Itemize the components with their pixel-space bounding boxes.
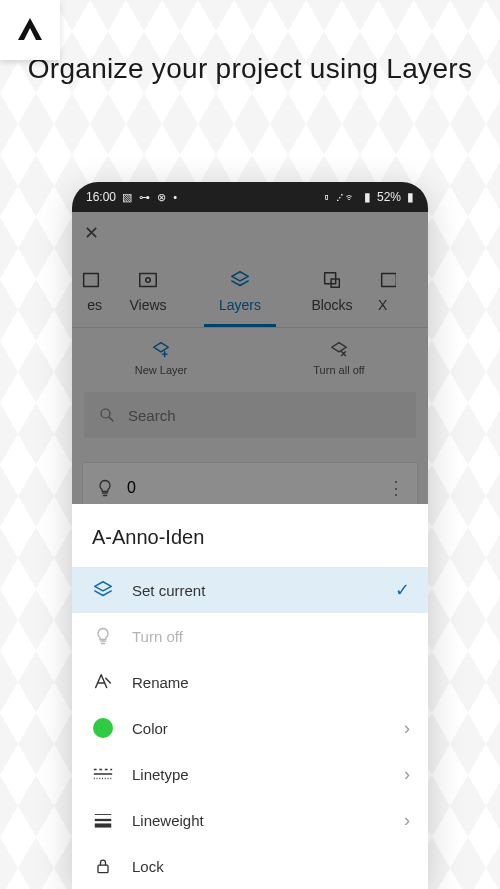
tab-partial-right[interactable]: X — [378, 254, 396, 327]
device-frame: 16:00 ▧ ⊶ ⊗ • ▯ ⋰ᯤ ▮ 52% ▮ ✕ es Views La — [72, 182, 428, 889]
status-time: 16:00 — [86, 190, 116, 204]
tab-partial-left[interactable]: es — [78, 254, 102, 327]
layer-context-sheet: A-Anno-Iden Set current ✓ Turn off Renam… — [72, 504, 428, 889]
action-label: New Layer — [135, 364, 188, 376]
eye-icon — [137, 269, 159, 291]
svg-rect-1 — [140, 273, 157, 286]
menu-lineweight[interactable]: Lineweight › — [72, 797, 428, 843]
tab-label: Layers — [219, 297, 261, 313]
status-left-icons: ▧ ⊶ ⊗ • — [122, 191, 179, 204]
turn-off-all-icon — [328, 339, 350, 361]
battery-icon: ▮ — [407, 190, 414, 204]
menu-label: Rename — [132, 674, 189, 691]
tab-partial-left-icon — [80, 269, 102, 291]
status-bar: 16:00 ▧ ⊶ ⊗ • ▯ ⋰ᯤ ▮ 52% ▮ — [72, 182, 428, 212]
menu-linetype[interactable]: Linetype › — [72, 751, 428, 797]
check-icon: ✓ — [395, 579, 410, 601]
search-input[interactable]: Search — [84, 392, 416, 438]
linetype-icon — [92, 763, 114, 785]
lock-icon — [92, 855, 114, 877]
svg-point-2 — [146, 277, 151, 282]
menu-label: Color — [132, 720, 168, 737]
menu-turn-off[interactable]: Turn off — [72, 613, 428, 659]
layer-actions: New Layer Turn all off — [72, 328, 428, 386]
page-headline: Organize your project using Layers — [0, 50, 500, 88]
svg-rect-5 — [382, 273, 396, 286]
svg-rect-0 — [84, 273, 99, 286]
layers-icon — [229, 269, 251, 291]
status-signal-icon: ▮ — [364, 190, 371, 204]
menu-set-current[interactable]: Set current ✓ — [72, 567, 428, 613]
app-chrome: ✕ es Views Layers Blocks X — [72, 212, 428, 514]
new-layer-button[interactable]: New Layer — [72, 328, 250, 386]
autocad-logo-icon — [12, 12, 48, 48]
chevron-right-icon: › — [404, 764, 410, 785]
action-label: Turn all off — [313, 364, 364, 376]
turn-all-off-button[interactable]: Turn all off — [250, 328, 428, 386]
svg-rect-3 — [325, 272, 336, 283]
battery-text: 52% — [377, 190, 401, 204]
menu-label: Linetype — [132, 766, 189, 783]
menu-label: Set current — [132, 582, 205, 599]
blocks-icon — [321, 269, 343, 291]
search-placeholder: Search — [128, 407, 176, 424]
tabs-bar: es Views Layers Blocks X — [72, 254, 428, 328]
menu-label: Turn off — [132, 628, 183, 645]
tab-views[interactable]: Views — [102, 254, 194, 327]
status-right-icons: ▯ ⋰ᯤ — [324, 191, 358, 203]
bulb-off-icon — [92, 625, 114, 647]
menu-label: Lineweight — [132, 812, 204, 829]
more-icon[interactable]: ⋮ — [387, 477, 405, 499]
bulb-icon — [95, 478, 115, 498]
sheet-title: A-Anno-Iden — [72, 504, 428, 567]
menu-color[interactable]: Color › — [72, 705, 428, 751]
layer-name: 0 — [127, 479, 136, 497]
close-icon[interactable]: ✕ — [84, 222, 99, 244]
new-layer-icon — [150, 339, 172, 361]
chevron-right-icon: › — [404, 718, 410, 739]
svg-point-6 — [101, 409, 110, 418]
layers-icon — [92, 579, 114, 601]
chevron-right-icon: › — [404, 810, 410, 831]
lineweight-icon — [92, 809, 114, 831]
menu-lock[interactable]: Lock — [72, 843, 428, 889]
tab-layers[interactable]: Layers — [194, 254, 286, 327]
tab-blocks[interactable]: Blocks — [286, 254, 378, 327]
search-icon — [98, 406, 116, 424]
menu-label: Lock — [132, 858, 164, 875]
app-logo-badge — [0, 0, 60, 60]
tab-label: Blocks — [311, 297, 352, 313]
rename-icon — [92, 671, 114, 693]
color-swatch — [93, 718, 113, 738]
tab-partial-right-icon — [378, 269, 396, 291]
menu-rename[interactable]: Rename — [72, 659, 428, 705]
svg-rect-7 — [98, 865, 108, 873]
tab-label: Views — [129, 297, 166, 313]
